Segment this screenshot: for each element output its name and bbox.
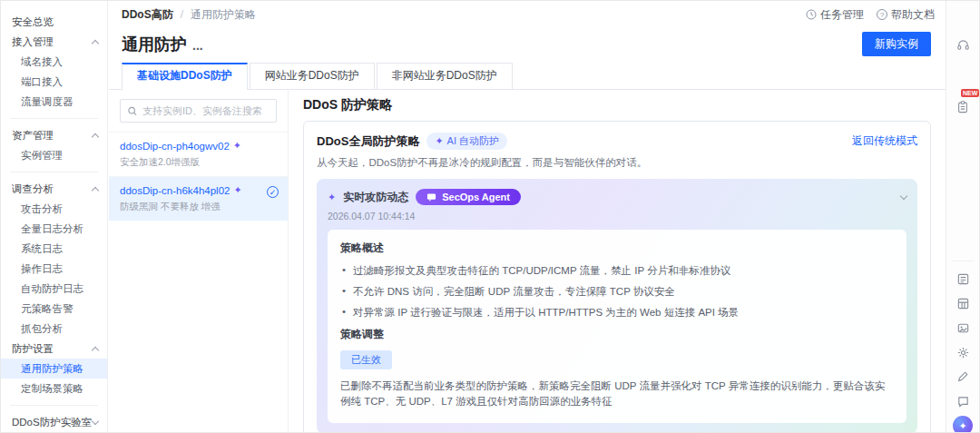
clipboard-icon[interactable]: NEW [952,95,974,117]
sidebar-item-操作日志[interactable]: 操作日志 [1,259,107,279]
policy-bullet: 不允许 DNS 访问，完全阻断 UDP 流量攻击，专注保障 TCP 协议安全 [340,285,894,299]
pencil-icon[interactable] [952,366,974,388]
sidebar-item-label: 抓包分析 [21,322,63,336]
chat-icon [426,192,436,202]
image-icon[interactable] [952,317,974,339]
policy-content: DDoS 防护策略 DDoS全局防护策略 ✦ AI 自动防护 返回传统模式 从今… [289,90,946,433]
sidebar-item-流量调度器[interactable]: 流量调度器 [1,92,107,112]
sidebar-item-自动防护日志[interactable]: 自动防护日志 [1,279,107,299]
title-ellipsis: ... [192,38,203,53]
check-circle-icon: ✓ [267,186,279,198]
breadcrumb: DDoS高防 / 通用防护策略 [122,7,256,23]
ai-assistant-icon[interactable]: ✦ [952,415,974,433]
sidebar-item-元策略告警[interactable]: 元策略告警 [1,299,107,319]
global-policy-subtitle: 从今天起，DDoS防护不再是冰冷的规则配置，而是与智能伙伴的对话。 [317,156,917,170]
task-management-link[interactable]: 任务管理 [806,7,864,23]
buy-instance-button[interactable]: 新购实例 [862,32,931,56]
sidebar-item-label: 资产管理 [12,129,54,143]
sidebar-item-系统日志[interactable]: 系统日志 [1,239,107,259]
content-body: ddosDip-cn-ph4ogwv02✦安全加速2.0增强版ddosDip-c… [109,90,946,433]
instance-list: ddosDip-cn-ph4ogwv02✦安全加速2.0增强版ddosDip-c… [109,132,288,221]
tab-非网站业务DDoS防护[interactable]: 非网站业务DDoS防护 [377,63,513,89]
instance-desc: 防级黑洞 不要释放 增强 [120,201,277,213]
chevron-up-icon [92,133,99,140]
sidebar-item-label: 调查分析 [12,182,54,196]
sidebar-item-label: 攻击分析 [21,202,63,216]
agent-card-title: 实时攻防动态 [343,190,408,205]
question-icon: ? [877,9,887,20]
policy-section-title: DDoS 防护策略 [303,97,931,113]
sidebar-item-攻击分析[interactable]: 攻击分析 [1,199,107,219]
instance-row[interactable]: ddosDip-cn-ph4ogwv02✦安全加速2.0增强版 [109,132,288,176]
sidebar-item-label: 元策略告警 [21,302,74,316]
sidebar-item-DDoS防护实验室[interactable]: DDoS防护实验室 [1,412,107,432]
sidebar-item-label: 端口接入 [21,75,63,89]
policy-detail-card: 策略概述 过滤畸形报文及典型攻击特征的 TCP/UDP/ICMP 流量，禁止 I… [328,230,906,423]
instance-search[interactable] [120,99,277,123]
sidebar-item-抓包分析[interactable]: 抓包分析 [1,319,107,339]
sidebar-item-label: DDoS防护实验室 [12,416,92,429]
feedback-icon[interactable] [952,390,974,412]
breadcrumb-current: 通用防护策略 [191,7,256,23]
sidebar-item-label: 域名接入 [21,55,63,69]
instance-id: ddosDip-cn-ph4ogwv02✦ [120,140,277,152]
agent-sparkle-icon: ✦ [328,192,336,203]
search-input[interactable] [142,105,269,116]
sidebar-item-域名接入[interactable]: 域名接入 [1,52,107,72]
sidebar-item-全量日志分析[interactable]: 全量日志分析 [1,219,107,239]
agent-timestamp: 2026.04.07 10:44:14 [328,211,906,221]
sidebar-item-label: 流量调度器 [21,95,74,109]
calculator-icon[interactable] [952,292,974,314]
instance-desc: 安全加速2.0增强版 [120,156,277,169]
sidebar-item-安全总览[interactable]: 安全总览 [1,12,107,32]
sidebar-item-接入管理[interactable]: 接入管理 [1,32,107,52]
main-area: DDoS高防 / 通用防护策略 任务管理 ? 帮助文档 通用防护... 新购实例 [109,1,946,433]
sidebar-item-通用防护策略[interactable]: 通用防护策略 [1,359,107,379]
right-utility-rail: NEW✦ [946,1,979,433]
global-policy-card: DDoS全局防护策略 ✦ AI 自动防护 返回传统模式 从今天起，DDoS防护不… [303,121,931,433]
breadcrumb-separator: / [181,8,183,21]
gear-icon[interactable] [952,341,974,363]
tab-网站业务DDoS防护[interactable]: 网站业务DDoS防护 [250,63,375,89]
breadcrumb-parent[interactable]: DDoS高防 [122,7,173,23]
overview-title: 策略概述 [340,241,894,256]
chevron-up-icon [92,39,99,46]
status-pill: 已生效 [340,350,392,369]
secops-agent-badge[interactable]: SecOps Agent [416,189,521,205]
sidebar-item-防护设置[interactable]: 防护设置 [1,339,107,359]
help-doc-link[interactable]: ? 帮助文档 [877,7,935,23]
ai-sparkle-icon: ✦ [233,140,241,152]
sidebar-item-实例管理[interactable]: 实例管理 [1,145,107,165]
sidebar-item-调查分析[interactable]: 调查分析 [1,179,107,199]
chevron-down-icon[interactable] [900,192,907,199]
sidebar-item-资产管理[interactable]: 资产管理 [1,125,107,145]
headset-icon[interactable] [952,34,974,55]
adjust-description: 已删除不再适配当前业务类型的防护策略，新策略完全阻断 UDP 流量并强化对 TC… [340,379,894,410]
ai-ball: ✦ [953,416,973,433]
global-policy-title: DDoS全局防护策略 [317,133,419,150]
sidebar-item-label: 自动防护日志 [21,282,83,296]
sidebar-item-label: 全量日志分析 [21,222,83,236]
rail-divider [952,261,974,261]
ai-sparkle-icon: ✦ [233,184,241,196]
chevron-down-icon [92,417,99,424]
instance-panel: ddosDip-cn-ph4ogwv02✦安全加速2.0增强版ddosDip-c… [109,90,289,433]
document-icon[interactable] [952,268,974,290]
tab-bar: 基础设施DDoS防护网站业务DDoS防护非网站业务DDoS防护 [109,65,946,90]
sidebar-divider [10,405,98,406]
sidebar-item-label: 系统日志 [21,242,63,256]
instance-row[interactable]: ddosDip-cn-h6k4h4pl02✦防级黑洞 不要释放 增强✓ [109,176,288,221]
sidebar-item-定制场景策略[interactable]: 定制场景策略 [1,379,107,399]
return-traditional-mode-link[interactable]: 返回传统模式 [852,133,917,149]
chevron-up-icon [92,346,99,353]
sidebar-item-label: 安全总览 [12,15,54,29]
tab-基础设施DDoS防护[interactable]: 基础设施DDoS防护 [122,63,248,89]
ai-auto-protect-badge[interactable]: ✦ AI 自动防护 [426,133,507,150]
sidebar-item-label: 通用防护策略 [21,362,83,376]
ddos-console-page: 安全总览接入管理域名接入端口接入流量调度器资产管理实例管理调查分析攻击分析全量日… [0,0,980,433]
sidebar-item-label: 定制场景策略 [21,382,83,396]
clock-icon [806,9,817,20]
sidebar-item-label: 实例管理 [21,149,63,162]
sidebar-item-label: 防护设置 [12,342,54,356]
sidebar-item-端口接入[interactable]: 端口接入 [1,72,107,92]
